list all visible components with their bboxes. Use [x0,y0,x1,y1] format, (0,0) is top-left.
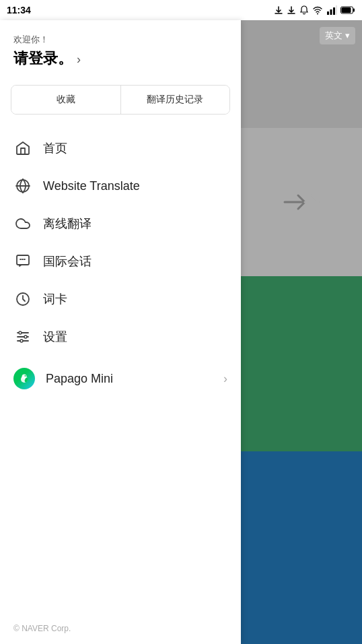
status-icons [274,5,355,15]
status-bar: 11:34 [0,0,362,20]
menu-list: 首页 Website Translate [0,124,241,613]
translate-icon-area [281,189,322,216]
right-blue-section [241,451,362,644]
download2-icon [287,5,296,15]
battery-icon [340,6,355,14]
right-green-section [241,276,362,451]
welcome-text: 欢迎你！ [13,34,227,46]
svg-point-0 [317,13,318,15]
lang-badge: 英文 ▾ [320,27,355,44]
menu-item-offline-translate[interactable]: 离线翻译 [0,205,241,243]
home-label: 首页 [43,140,67,156]
menu-item-website-translate[interactable]: Website Translate [0,167,241,205]
download-icon [274,5,283,15]
settings-icon [13,327,32,346]
notification-icon [299,5,309,15]
home-icon [13,139,32,158]
conversation-label: 国际会话 [43,253,92,269]
svg-rect-9 [17,255,29,265]
login-arrow: › [77,53,81,67]
login-row[interactable]: 请登录。 › [13,49,227,69]
papago-chevron: › [223,372,227,386]
wifi-icon [312,5,323,15]
website-translate-label: Website Translate [43,179,140,193]
menu-item-settings[interactable]: 设置 [0,318,241,356]
copyright: © NAVER Corp. [13,624,71,633]
svg-rect-3 [333,7,335,15]
main-layout: 欢迎你！ 请登录。 › 收藏 翻译历史记录 首页 [0,20,362,644]
conversation-icon [13,252,32,271]
svg-point-19 [25,375,26,377]
flashcard-label: 词卡 [43,291,67,307]
menu-item-papago[interactable]: Papago Mini › [0,358,241,399]
svg-rect-2 [330,9,332,15]
menu-item-conversation[interactable]: 国际会话 [0,243,241,280]
svg-point-12 [19,331,22,334]
login-prompt: 请登录。 [13,49,73,69]
right-middle [241,128,362,276]
svg-rect-1 [327,11,329,15]
tab-row: 收藏 翻译历史记录 [11,85,230,115]
svg-point-14 [24,335,27,338]
globe-icon [13,176,32,195]
papago-label: Papago Mini [46,372,213,386]
svg-rect-6 [353,9,355,12]
drawer: 欢迎你！ 请登录。 › 收藏 翻译历史记录 首页 [0,20,241,644]
svg-rect-4 [336,5,337,15]
footer: © NAVER Corp. [0,613,241,644]
right-panel: 英文 ▾ [241,20,362,644]
menu-item-flashcard[interactable]: 词卡 [0,280,241,318]
menu-item-home[interactable]: 首页 [0,129,241,167]
cloud-icon [13,214,32,233]
drawer-header: 欢迎你！ 请登录。 › [0,20,241,75]
signal-icon [326,5,337,15]
status-time: 11:34 [7,5,31,15]
right-top: 英文 ▾ [241,20,362,128]
svg-point-16 [20,340,23,342]
history-tab[interactable]: 翻译历史记录 [121,86,230,114]
papago-logo [13,368,35,389]
offline-translate-label: 离线翻译 [43,216,92,232]
flashcard-icon [13,290,32,309]
settings-label: 设置 [43,329,67,345]
svg-rect-7 [342,7,351,13]
favorites-tab[interactable]: 收藏 [11,86,121,114]
